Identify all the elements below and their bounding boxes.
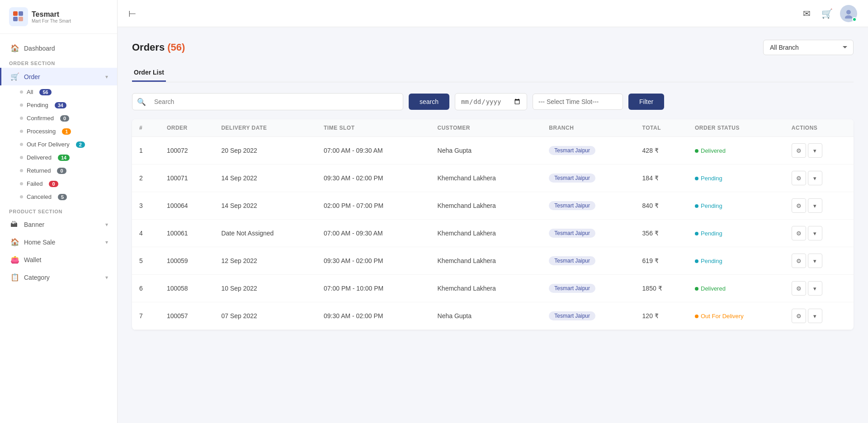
order-processing-badge: 1: [62, 128, 71, 135]
cell-status: Pending: [688, 192, 784, 220]
table-row: 2 100071 14 Sep 2022 09:30 AM - 02:00 PM…: [132, 164, 854, 192]
avatar-online-dot: [852, 17, 857, 22]
order-outfordelivery-label: Out For Delivery: [27, 141, 70, 148]
status-label: Pending: [701, 175, 722, 182]
cell-delivery-date: 10 Sep 2022: [214, 275, 316, 302]
col-order-status: ORDER STATUS: [688, 119, 784, 137]
action-expand-button[interactable]: ▾: [808, 254, 822, 268]
dot-icon: [20, 195, 23, 198]
collapse-icon[interactable]: ⊢: [128, 8, 136, 19]
order-subitem-processing[interactable]: Processing 1: [0, 125, 117, 138]
cell-branch: Tesmart Jaipur: [542, 275, 635, 302]
sidebar-nav: 🏠 Dashboard ORDER SECTION 🛒 Order ▾ All …: [0, 34, 117, 291]
action-expand-button[interactable]: ▾: [808, 143, 822, 158]
actions-cell: ⚙ ▾: [792, 171, 846, 185]
avatar[interactable]: [840, 5, 857, 22]
cell-actions: ⚙ ▾: [784, 192, 854, 220]
sidebar-item-order[interactable]: 🛒 Order ▾: [0, 68, 117, 85]
orders-table: # ORDER DELIVERY DATE TIME SLOT CUSTOMER…: [132, 119, 854, 330]
cell-num: 6: [132, 275, 160, 302]
cell-branch: Tesmart Jaipur: [542, 164, 635, 192]
col-delivery-date: DELIVERY DATE: [214, 119, 316, 137]
date-input[interactable]: [455, 93, 527, 110]
col-branch: BRANCH: [542, 119, 635, 137]
sidebar-item-category[interactable]: 📋 Category ▾: [0, 268, 117, 286]
sidebar-item-banner[interactable]: 🏔 Banner ▾: [0, 216, 117, 233]
order-subitem-all[interactable]: All 56: [0, 85, 117, 99]
order-confirmed-badge: 0: [60, 115, 69, 122]
action-gear-button[interactable]: ⚙: [792, 171, 806, 185]
status-badge: Pending: [695, 175, 722, 182]
order-canceled-badge: 5: [58, 194, 67, 200]
action-expand-button[interactable]: ▾: [808, 198, 822, 213]
sidebar-homesale-label: Home Sale: [24, 239, 55, 246]
filter-button[interactable]: Filter: [628, 94, 664, 110]
action-gear-button[interactable]: ⚙: [792, 226, 806, 240]
cell-time-slot: 07:00 AM - 09:30 AM: [316, 137, 430, 164]
cell-delivery-date: Date Not Assigned: [214, 220, 316, 247]
tab-order-list[interactable]: Order List: [132, 64, 166, 82]
cell-branch: Tesmart Jaipur: [542, 247, 635, 275]
action-gear-button[interactable]: ⚙: [792, 198, 806, 213]
order-all-badge: 56: [39, 89, 51, 95]
sidebar-logo: Tesmart Mart For The Smart: [0, 0, 117, 34]
dot-icon: [20, 156, 23, 159]
branch-select[interactable]: All Branch Tesmart Jaipur: [763, 40, 854, 55]
order-failed-label: Failed: [27, 180, 42, 187]
action-expand-button[interactable]: ▾: [808, 309, 822, 323]
order-subitem-pending[interactable]: Pending 34: [0, 99, 117, 112]
action-gear-button[interactable]: ⚙: [792, 281, 806, 296]
col-num: #: [132, 119, 160, 137]
mail-icon[interactable]: ✉: [803, 8, 811, 19]
order-subitem-confirmed[interactable]: Confirmed 0: [0, 112, 117, 125]
action-expand-button[interactable]: ▾: [808, 281, 822, 296]
status-dot-icon: [695, 315, 698, 318]
order-outfordelivery-badge: 2: [76, 141, 85, 148]
action-gear-button[interactable]: ⚙: [792, 254, 806, 268]
homesale-icon: 🏠: [10, 238, 19, 246]
table-row: 5 100059 12 Sep 2022 09:30 AM - 02:00 PM…: [132, 247, 854, 275]
sidebar-item-homesale[interactable]: 🏠 Home Sale ▾: [0, 233, 117, 251]
dot-icon: [20, 143, 23, 146]
cell-branch: Tesmart Jaipur: [542, 302, 635, 330]
status-label: Pending: [701, 258, 722, 264]
search-icon: 🔍: [132, 98, 151, 106]
sidebar-item-wallet[interactable]: 👛 Wallet: [0, 251, 117, 268]
dot-icon: [20, 130, 23, 133]
order-subitem-returned[interactable]: Returned 0: [0, 164, 117, 177]
action-gear-button[interactable]: ⚙: [792, 309, 806, 323]
order-delivered-badge: 14: [58, 155, 70, 161]
action-gear-button[interactable]: ⚙: [792, 143, 806, 158]
product-section-label: PRODUCT SECTION: [0, 205, 117, 216]
order-pending-badge: 34: [55, 102, 66, 108]
cell-total: 619 ₹: [635, 247, 688, 275]
order-failed-badge: 0: [49, 181, 58, 187]
action-expand-button[interactable]: ▾: [808, 226, 822, 240]
order-subitem-failed[interactable]: Failed 0: [0, 177, 117, 190]
cell-customer: Khemchand Lakhera: [430, 220, 542, 247]
cell-actions: ⚙ ▾: [784, 247, 854, 275]
sidebar-item-dashboard[interactable]: 🏠 Dashboard: [0, 39, 117, 57]
sidebar-item-dashboard-label: Dashboard: [24, 45, 55, 52]
cart-icon[interactable]: 🛒: [821, 8, 833, 19]
dot-icon: [20, 90, 23, 94]
table-row: 7 100057 07 Sep 2022 09:30 AM - 02:00 PM…: [132, 302, 854, 330]
search-input[interactable]: [151, 94, 403, 110]
status-dot-icon: [695, 177, 698, 180]
cell-order: 100057: [160, 302, 214, 330]
status-label: Delivered: [701, 285, 726, 292]
cell-customer: Khemchand Lakhera: [430, 192, 542, 220]
status-badge: Out For Delivery: [695, 313, 744, 320]
action-expand-button[interactable]: ▾: [808, 171, 822, 185]
order-subitem-canceled[interactable]: Canceled 5: [0, 190, 117, 203]
status-badge: Delivered: [695, 285, 726, 292]
order-subitem-outfordelivery[interactable]: Out For Delivery 2: [0, 138, 117, 151]
sidebar-category-label: Category: [24, 274, 50, 281]
cell-total: 184 ₹: [635, 164, 688, 192]
search-button[interactable]: search: [409, 94, 449, 110]
cell-branch: Tesmart Jaipur: [542, 220, 635, 247]
order-subitem-delivered[interactable]: Delivered 14: [0, 151, 117, 164]
col-time-slot: TIME SLOT: [316, 119, 430, 137]
time-slot-select[interactable]: --- Select Time Slot--- 07:00 AM - 09:30…: [533, 94, 623, 110]
table-row: 3 100064 14 Sep 2022 02:00 PM - 07:00 PM…: [132, 192, 854, 220]
